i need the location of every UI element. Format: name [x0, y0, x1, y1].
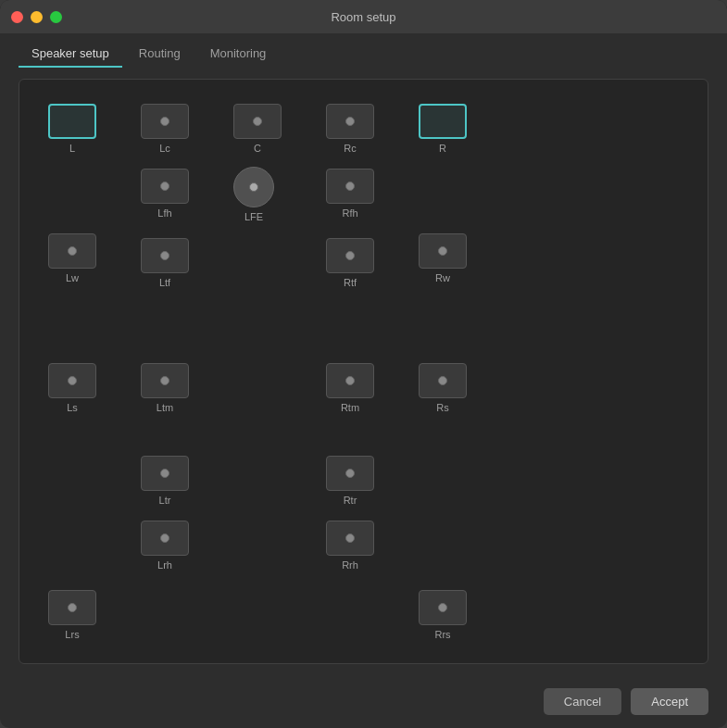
speaker-rtf[interactable]: Rtf: [326, 238, 374, 288]
close-button[interactable]: [11, 11, 23, 23]
speaker-lrs[interactable]: Lrs: [48, 590, 96, 640]
speaker-dot-lfe: [249, 182, 258, 192]
speaker-dot-ls: [68, 376, 77, 385]
speaker-label-l: L: [69, 143, 75, 154]
speaker-label-rrs: Rrs: [434, 629, 450, 640]
speaker-dot-rrs: [438, 603, 447, 612]
speaker-label-ltm: Ltm: [157, 402, 173, 413]
speaker-dot-lfh: [160, 182, 169, 191]
speaker-label-rtf: Rtf: [344, 277, 357, 288]
content-area: LLcCRcRLfhLFERfhLwLtfRtfRwLsLtmRtmRsLtrR…: [0, 68, 727, 675]
speaker-box-rs: [419, 363, 467, 398]
title-bar: Room setup: [0, 0, 727, 33]
accept-button[interactable]: Accept: [631, 688, 708, 715]
speaker-box-l: [48, 104, 96, 139]
speaker-lw[interactable]: Lw: [48, 233, 96, 283]
speaker-r[interactable]: R: [419, 104, 467, 154]
speaker-box-rtm: [326, 363, 374, 398]
speaker-dot-rrh: [345, 533, 355, 543]
speaker-lc[interactable]: Lc: [141, 104, 189, 154]
speaker-box-rtf: [326, 238, 374, 273]
speaker-ltr[interactable]: Ltr: [141, 456, 189, 506]
speaker-dot-rfh: [345, 182, 355, 191]
speaker-label-r: R: [439, 143, 446, 154]
speaker-box-r: [419, 104, 467, 139]
speaker-label-lw: Lw: [66, 272, 79, 283]
speaker-label-lrh: Lrh: [157, 559, 172, 571]
speaker-label-rc: Rc: [344, 143, 356, 154]
speaker-dot-rw: [438, 246, 447, 256]
window-controls: [11, 11, 62, 23]
speaker-ls[interactable]: Ls: [48, 363, 96, 413]
speaker-label-lrs: Lrs: [65, 629, 79, 640]
speaker-grid: LLcCRcRLfhLFERfhLwLtfRtfRwLsLtmRtmRsLtrR…: [34, 94, 693, 648]
speaker-box-c: [233, 104, 282, 139]
speaker-box-rrh: [326, 521, 374, 556]
speaker-dot-rc: [345, 117, 355, 126]
speaker-label-rs: Rs: [436, 402, 448, 413]
speaker-dot-rtr: [345, 469, 355, 478]
speaker-label-rfh: Rfh: [342, 207, 357, 219]
speaker-c[interactable]: C: [233, 104, 282, 154]
speaker-dot-lrh: [160, 533, 169, 543]
speaker-label-lfh: Lfh: [157, 207, 171, 219]
speaker-panel: LLcCRcRLfhLFERfhLwLtfRtfRwLsLtmRtmRsLtrR…: [19, 79, 708, 664]
speaker-dot-rs: [438, 376, 447, 385]
speaker-dot-lc: [160, 117, 169, 126]
speaker-dot-rtf: [345, 251, 355, 260]
speaker-box-rc: [326, 104, 374, 139]
speaker-dot-rtm: [345, 376, 355, 385]
cancel-button[interactable]: Cancel: [544, 688, 621, 715]
speaker-label-lc: Lc: [159, 143, 170, 154]
speaker-box-lc: [141, 104, 189, 139]
speaker-rrh[interactable]: Rrh: [326, 521, 374, 571]
speaker-box-rfh: [326, 169, 374, 204]
speaker-label-rtm: Rtm: [341, 402, 359, 413]
speaker-box-lrs: [48, 590, 96, 625]
room-setup-window: Room setup Speaker setup Routing Monitor…: [0, 0, 727, 728]
speaker-label-c: C: [254, 143, 261, 154]
speaker-box-lfe: [233, 167, 274, 207]
speaker-ltf[interactable]: Ltf: [141, 238, 189, 288]
footer: Cancel Accept: [0, 675, 727, 728]
speaker-label-lfe: LFE: [244, 211, 263, 222]
speaker-box-rtr: [326, 456, 374, 491]
speaker-box-ls: [48, 363, 96, 398]
speaker-l[interactable]: L: [48, 104, 96, 154]
speaker-rrs[interactable]: Rrs: [419, 590, 467, 640]
speaker-box-ltm: [141, 363, 189, 398]
speaker-dot-c: [253, 117, 262, 126]
minimize-button[interactable]: [31, 11, 43, 23]
tabs-bar: Speaker setup Routing Monitoring: [0, 33, 727, 68]
speaker-box-lw: [48, 233, 96, 269]
speaker-box-rrs: [419, 590, 467, 625]
speaker-label-ltf: Ltf: [159, 277, 170, 288]
tab-speaker-setup[interactable]: Speaker setup: [19, 41, 122, 68]
speaker-dot-lw: [68, 246, 77, 256]
speaker-dot-ltr: [160, 469, 169, 478]
speaker-rtr[interactable]: Rtr: [326, 456, 374, 506]
speaker-lfh[interactable]: Lfh: [141, 169, 189, 219]
tab-routing[interactable]: Routing: [126, 41, 194, 68]
speaker-label-rtr: Rtr: [344, 495, 357, 506]
speaker-label-rw: Rw: [435, 272, 450, 283]
speaker-rtm[interactable]: Rtm: [326, 363, 374, 413]
speaker-box-lrh: [141, 521, 189, 556]
speaker-rs[interactable]: Rs: [419, 363, 467, 413]
speaker-rfh[interactable]: Rfh: [326, 169, 374, 219]
maximize-button[interactable]: [50, 11, 62, 23]
speaker-box-rw: [419, 233, 467, 269]
speaker-rw[interactable]: Rw: [419, 233, 467, 283]
window-title: Room setup: [331, 10, 395, 24]
speaker-dot-lrs: [68, 603, 77, 612]
speaker-lfe[interactable]: LFE: [233, 167, 274, 222]
speaker-lrh[interactable]: Lrh: [141, 521, 189, 571]
speaker-dot-ltm: [160, 376, 169, 385]
speaker-label-rrh: Rrh: [342, 559, 358, 571]
tab-monitoring[interactable]: Monitoring: [197, 41, 280, 68]
speaker-box-ltr: [141, 456, 189, 491]
speaker-rc[interactable]: Rc: [326, 104, 374, 154]
speaker-dot-ltf: [160, 251, 169, 260]
speaker-box-lfh: [141, 169, 189, 204]
speaker-ltm[interactable]: Ltm: [141, 363, 189, 413]
